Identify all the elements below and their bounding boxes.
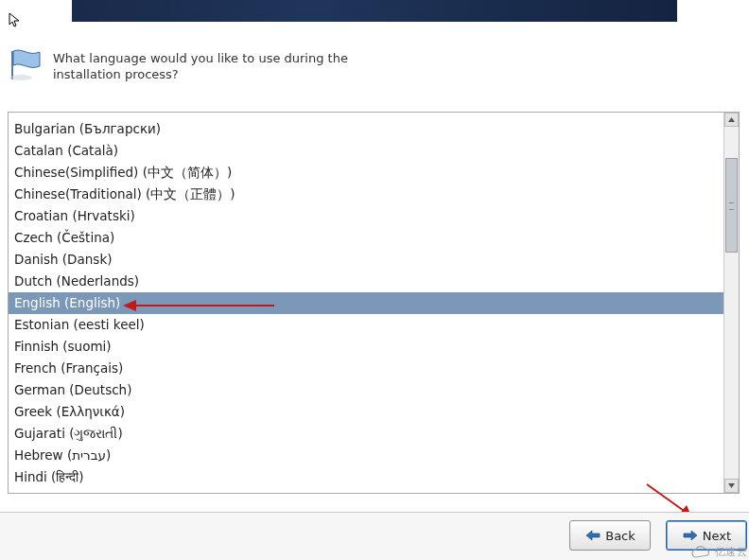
language-option[interactable]: Estonian (eesti keel) (9, 314, 723, 336)
footer: Back Next 亿速云 (0, 512, 749, 560)
scrollbar[interactable] (723, 113, 739, 493)
flag-icon (6, 47, 44, 81)
language-option[interactable]: Catalan (Català) (9, 140, 723, 162)
scroll-thumb[interactable] (725, 158, 738, 253)
scroll-up-button[interactable] (724, 113, 739, 127)
arrow-right-icon (682, 529, 699, 542)
language-list[interactable]: Bulgarian (Български)Catalan (Català)Chi… (8, 112, 740, 494)
back-button-label: Back (605, 529, 636, 543)
mouse-cursor-icon (9, 12, 22, 29)
cloud-icon (690, 546, 711, 559)
language-option[interactable]: Dutch (Nederlands) (9, 271, 723, 292)
next-button-label: Next (703, 529, 731, 543)
language-option[interactable]: Czech (Čeština) (9, 227, 723, 249)
language-option[interactable]: Greek (Ελληνικά) (9, 401, 723, 423)
svg-point-1 (9, 75, 32, 80)
language-option[interactable]: Chinese(Traditional) (中文（正體）) (9, 184, 723, 205)
language-option[interactable]: Hindi (हिन्दी) (9, 466, 723, 488)
language-option[interactable]: Gujarati (ગુજરાતી) (9, 423, 723, 445)
language-option[interactable]: Hebrew (עברית) (9, 445, 723, 466)
language-option[interactable]: Danish (Dansk) (9, 249, 723, 271)
back-button[interactable]: Back (569, 520, 651, 551)
language-option[interactable]: Bulgarian (Български) (9, 118, 723, 140)
language-option[interactable]: French (Français) (9, 358, 723, 379)
prompt-row: What language would you like to use duri… (6, 47, 724, 89)
prompt-text: What language would you like to use duri… (53, 47, 365, 83)
installer-banner (72, 0, 677, 22)
watermark: 亿速云 (690, 545, 748, 559)
language-option[interactable]: English (English) (9, 292, 723, 314)
language-option[interactable]: Finnish (suomi) (9, 336, 723, 358)
arrow-left-icon (584, 529, 601, 542)
scroll-down-button[interactable] (724, 479, 739, 493)
language-option[interactable]: Chinese(Simplified) (中文（简体）) (9, 162, 723, 184)
watermark-text: 亿速云 (715, 545, 748, 559)
language-option[interactable]: Croatian (Hrvatski) (9, 205, 723, 227)
language-option[interactable]: German (Deutsch) (9, 379, 723, 401)
